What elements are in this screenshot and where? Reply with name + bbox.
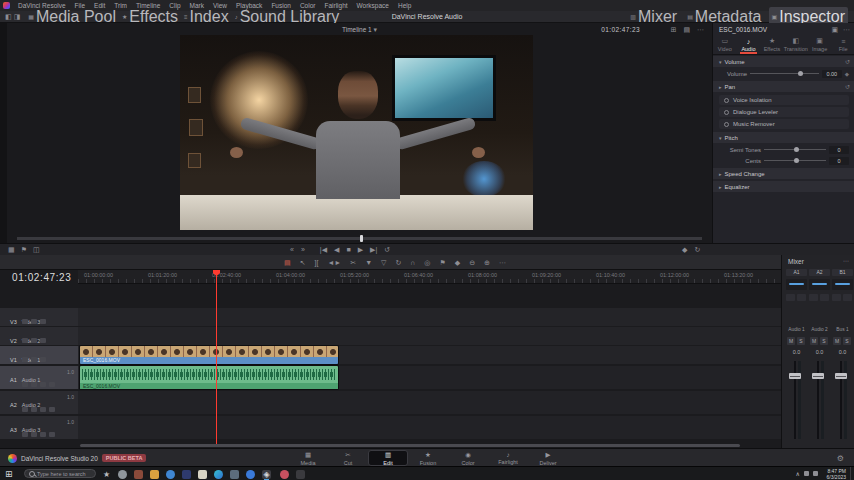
fader-handle[interactable] [789,373,801,379]
blade-edit-icon[interactable]: ✂ [350,259,356,266]
taskbar-resolve-active-icon[interactable]: ◈ [262,470,271,479]
track-autoselect-icon[interactable] [31,319,37,324]
equalizer-section-header[interactable]: ▸ Equalizer [713,181,854,192]
track-solo-icon[interactable] [49,432,55,437]
more-tools-icon[interactable]: ⋯ [499,259,506,266]
insert-clip-icon[interactable]: ▼ [365,259,372,266]
volume-keyframe-icon[interactable]: ◆ [845,71,849,77]
track-lane-a3[interactable] [78,416,781,439]
dialogue-leveler-toggle[interactable] [724,110,729,115]
fader-handle[interactable] [812,373,824,379]
track-solo-icon[interactable] [49,407,55,412]
track-mute-icon[interactable] [40,432,46,437]
pitch-section-header[interactable]: ▾ Pitch [713,132,854,143]
music-remover-toggle[interactable] [724,122,729,127]
linked-selection-icon[interactable]: ◎ [424,259,430,266]
marker-jump-icon[interactable]: ◆ [682,246,687,253]
pan-control[interactable] [832,279,853,290]
semi-tones-value[interactable]: 0 [829,146,849,154]
dynamics-widget[interactable] [820,294,829,301]
track-header-v1[interactable]: V1Video 1 [0,346,78,364]
last-frame-button[interactable]: ▶| [370,246,377,253]
selection-mode-icon[interactable]: ↖ [300,259,306,266]
timeline-ruler[interactable]: 01:00:00:00 01:01:20:00 01:02:40:00 01:0… [78,270,781,284]
fader-handle[interactable] [835,373,847,379]
track-header-a1[interactable]: A1Audio 1 1.0 [0,366,78,389]
track-header-v2[interactable]: V2Video 2 [0,327,78,345]
taskbar-edge-icon[interactable] [214,470,223,479]
eq-widget[interactable] [786,294,795,301]
inspector-options-icon[interactable]: ⋯ [843,26,850,33]
dynamic-trim-icon[interactable]: ◄► [327,259,341,266]
menu-workspace[interactable]: Workspace [353,2,393,9]
trim-edit-mode-icon[interactable]: ][ [315,259,319,266]
track-lane-v3[interactable] [78,308,781,326]
panel-toggle-left-icon[interactable]: ◧ [5,13,12,20]
taskbar-app-gray-icon[interactable] [118,470,127,479]
zoom-in-icon[interactable]: ⊕ [484,259,490,266]
track-lock-icon[interactable] [22,357,28,362]
viewer-overlay-icon[interactable]: ⊞ [671,26,677,33]
jog-playhead[interactable] [360,235,363,242]
semi-tones-slider[interactable] [764,149,826,150]
marker-icon[interactable]: ◆ [455,259,460,266]
show-desktop-button[interactable] [850,467,854,480]
timeline-view-options-icon[interactable]: ▤ [284,259,291,266]
tab-image[interactable]: ▣ Image [808,35,832,54]
project-settings-gear-icon[interactable]: ⚙ [837,454,844,463]
flag-icon[interactable]: ⚑ [439,259,445,266]
track-lock-icon[interactable] [22,407,28,412]
volume-icon[interactable] [813,471,818,476]
menu-help[interactable]: Help [394,2,415,9]
viewer-zoom-icon[interactable]: ▤ [683,26,690,33]
cents-slider[interactable] [764,160,826,161]
speed-change-section-header[interactable]: ▸ Speed Change [713,168,854,179]
taskbar-clock[interactable]: 8:47 PM 6/3/2023 [827,468,846,480]
mute-button[interactable]: M [810,337,818,345]
track-header-a2[interactable]: A2Audio 2 1.0 [0,391,78,414]
volume-slider[interactable] [750,73,819,74]
solo-button[interactable]: S [797,337,805,345]
taskbar-app-slate-icon[interactable] [230,470,239,479]
track-enable-icon[interactable] [40,338,46,343]
system-tray[interactable]: ∧ [796,470,818,477]
replace-clip-icon[interactable]: ↻ [395,259,401,266]
network-icon[interactable] [804,471,809,476]
voice-isolation-toggle[interactable] [724,98,729,103]
track-lane-a2[interactable] [78,391,781,414]
stop-button[interactable]: ■ [346,246,350,253]
taskbar-app-sparkle-icon[interactable]: ★ [102,470,111,479]
tray-chevron-icon[interactable]: ∧ [796,470,800,477]
track-enable-icon[interactable] [40,319,46,324]
track-autoselect-icon[interactable] [31,357,37,362]
pan-section-header[interactable]: ▸ Pan ↺ [713,81,854,92]
eq-widget[interactable] [832,294,841,301]
tab-video[interactable]: ▭ Video [713,35,737,54]
viewer-jog-bar[interactable] [17,237,702,240]
zoom-out-icon[interactable]: ⊖ [469,259,475,266]
playhead[interactable] [216,270,217,444]
track-mute-icon[interactable] [40,407,46,412]
track-lock-icon[interactable] [22,432,28,437]
timeline-horizontal-scrollbar[interactable] [80,444,740,447]
tab-audio[interactable]: ♪ Audio [737,35,761,54]
taskbar-search[interactable]: Type here to search [24,469,96,478]
play-reverse-button[interactable]: ◀ [334,246,339,253]
taskbar-app-brown-icon[interactable] [134,470,143,479]
pan-control[interactable] [786,279,807,290]
tab-transition[interactable]: ◧ Transition [784,35,808,54]
audio-clip[interactable]: ESC_0016.MOV [80,366,338,389]
mixer-options-icon[interactable]: ⋯ [843,258,849,264]
page-color[interactable]: ◉ Color [448,450,488,466]
page-cut[interactable]: ✂ Cut [328,450,368,466]
viewer-options-icon[interactable]: ⋯ [697,26,704,33]
page-deliver[interactable]: ▶ Deliver [528,450,568,466]
track-autoselect-icon[interactable] [31,432,37,437]
taskbar-app-person-icon[interactable] [280,470,289,479]
eq-widget[interactable] [809,294,818,301]
keyframe-panel-icon[interactable]: ▣ [831,26,838,33]
video-clip[interactable]: ESC_0016.MOV [80,346,338,364]
mute-button[interactable]: M [787,337,795,345]
page-media[interactable]: ▦ Media [288,450,328,466]
track-mute-icon[interactable] [40,382,46,387]
